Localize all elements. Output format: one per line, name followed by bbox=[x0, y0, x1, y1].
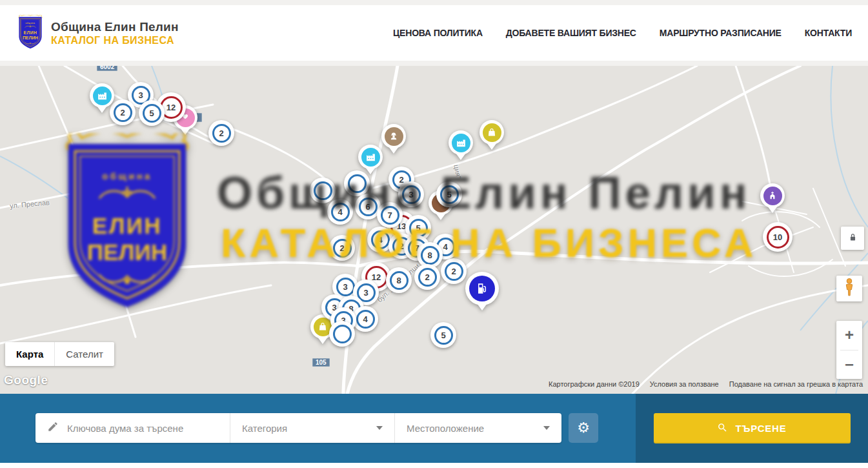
factory-icon bbox=[452, 134, 470, 152]
page-top-strip bbox=[0, 0, 868, 5]
worker-icon bbox=[385, 127, 403, 146]
terms-link[interactable]: Условия за ползване bbox=[650, 380, 719, 388]
factory-icon bbox=[93, 86, 112, 105]
search-form-area: Категория Местоположение ⚙ bbox=[0, 394, 636, 463]
map-pin-fuel-pump[interactable] bbox=[465, 272, 499, 316]
map-pins-front-layer bbox=[0, 66, 868, 394]
chevron-down-icon bbox=[543, 426, 550, 430]
svg-text:ПЕЛИН: ПЕЛИН bbox=[23, 36, 38, 40]
search-button[interactable]: ТЪРСЕНЕ bbox=[654, 413, 851, 443]
nav-item-contacts[interactable]: КОНТАКТИ bbox=[805, 28, 852, 38]
gear-icon: ⚙ bbox=[577, 420, 590, 436]
location-select[interactable]: Местоположение bbox=[395, 413, 561, 443]
municipality-crest-logo: общинаЕЛИНПЕЛИН bbox=[16, 15, 45, 51]
search-icon bbox=[717, 422, 728, 435]
map-type-map-button[interactable]: Карта bbox=[5, 342, 54, 366]
map-pin-church[interactable] bbox=[760, 183, 785, 218]
shopping-bag-icon bbox=[483, 123, 501, 142]
fuel-pump-icon bbox=[469, 276, 495, 301]
category-select[interactable]: Категория bbox=[230, 413, 395, 443]
pegman-button[interactable] bbox=[836, 276, 862, 301]
search-button-panel: ТЪРСЕНЕ bbox=[636, 394, 868, 463]
svg-text:община: община bbox=[26, 22, 35, 25]
location-select-label: Местоположение bbox=[407, 423, 484, 434]
lock-button[interactable] bbox=[841, 227, 864, 250]
report-error-link[interactable]: Подаване на сигнал за грешка в картата bbox=[729, 380, 863, 388]
category-select-label: Категория bbox=[242, 423, 287, 434]
advanced-settings-button[interactable]: ⚙ bbox=[569, 413, 598, 443]
google-logo[interactable]: Google bbox=[4, 373, 48, 387]
svg-text:ЕЛИН: ЕЛИН bbox=[24, 30, 37, 35]
map-pin-factory[interactable] bbox=[90, 83, 114, 118]
site-subtitle: КАТАЛОГ НА БИЗНЕСА bbox=[51, 35, 179, 46]
keyword-field-wrap bbox=[35, 413, 230, 443]
search-form: Категория Местоположение bbox=[35, 413, 561, 443]
church-icon bbox=[763, 187, 782, 205]
pencil-icon bbox=[47, 421, 59, 435]
map-copyright: Картографски данни ©2019 bbox=[549, 380, 640, 388]
map-attribution: Картографски данни ©2019 Условия за полз… bbox=[549, 380, 863, 388]
zoom-control: + − bbox=[836, 321, 862, 379]
chevron-down-icon bbox=[376, 426, 383, 430]
google-map[interactable]: ул. Преславбул. „Новоселциция" 6002105 1… bbox=[0, 66, 868, 394]
main-nav: ЦЕНОВА ПОЛИТИКА ДОБАВЕТЕ ВАШИЯТ БИЗНЕС М… bbox=[393, 28, 852, 38]
keyword-search-input[interactable] bbox=[66, 422, 217, 434]
zoom-out-button[interactable]: − bbox=[836, 351, 862, 380]
map-pin-shopping-bag[interactable] bbox=[479, 120, 504, 155]
map-type-control: Карта Сателит bbox=[5, 342, 114, 366]
map-type-satellite-button[interactable]: Сателит bbox=[54, 342, 114, 366]
factory-icon bbox=[361, 148, 380, 167]
nav-item-pricing[interactable]: ЦЕНОВА ПОЛИТИКА bbox=[393, 28, 483, 38]
search-button-label: ТЪРСЕНЕ bbox=[735, 423, 786, 434]
site-logo[interactable]: общинаЕЛИНПЕЛИН Община Елин Пелин КАТАЛО… bbox=[16, 15, 179, 51]
site-header: общинаЕЛИНПЕЛИН Община Елин Пелин КАТАЛО… bbox=[0, 5, 868, 66]
map-pin-factory[interactable] bbox=[449, 130, 473, 165]
lock-icon bbox=[847, 232, 858, 245]
zoom-in-button[interactable]: + bbox=[836, 321, 862, 350]
map-pin-worker[interactable] bbox=[381, 124, 406, 159]
map-pin-factory[interactable] bbox=[358, 145, 383, 179]
search-strip: Категория Местоположение ⚙ ТЪРСЕНЕ bbox=[0, 394, 868, 463]
pegman-icon bbox=[841, 278, 858, 300]
nav-item-add-business[interactable]: ДОБАВЕТЕ ВАШИЯТ БИЗНЕС bbox=[506, 28, 636, 38]
site-title: Община Елин Пелин bbox=[51, 19, 179, 35]
nav-item-route-schedule[interactable]: МАРШРУТНО РАЗПИСАНИЕ bbox=[660, 28, 782, 38]
